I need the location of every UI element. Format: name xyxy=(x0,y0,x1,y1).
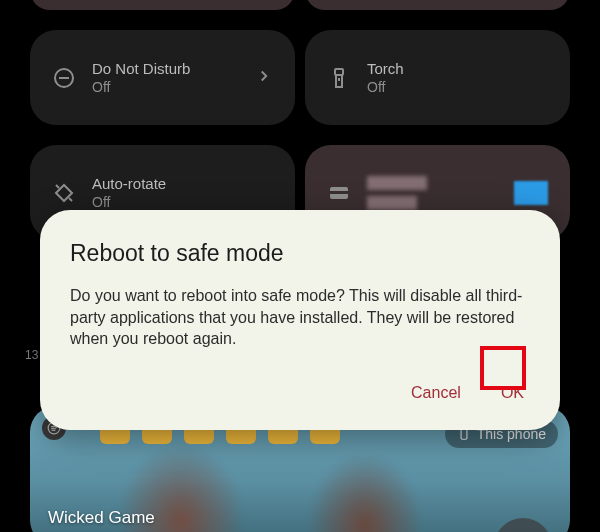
media-player-card[interactable]: This phone Wicked Game xyxy=(30,406,570,532)
chevron-right-icon xyxy=(255,67,273,89)
cancel-button[interactable]: Cancel xyxy=(405,376,467,410)
safe-mode-dialog: Reboot to safe mode Do you want to reboo… xyxy=(40,210,560,430)
page-indicator: 13 xyxy=(25,348,38,362)
dialog-body: Do you want to reboot into safe mode? Th… xyxy=(70,285,530,350)
spotify-icon xyxy=(42,416,66,440)
wallet-card-thumb xyxy=(514,181,548,205)
qs-tile-torch[interactable]: Torch Off xyxy=(305,30,570,125)
ok-button[interactable]: OK xyxy=(495,376,530,410)
tile-status: Off xyxy=(92,79,239,95)
media-output-label: This phone xyxy=(477,426,546,442)
wallet-text-blurred xyxy=(367,176,427,210)
rating-stars xyxy=(100,414,340,444)
torch-icon xyxy=(327,66,351,90)
tile-title: Torch xyxy=(367,60,548,77)
qs-tile-autorotate[interactable]: Auto-rotate Off xyxy=(30,145,295,240)
media-output-pill[interactable]: This phone xyxy=(445,420,558,448)
media-track-title: Wicked Game xyxy=(48,508,155,528)
svg-rect-5 xyxy=(330,191,348,194)
dnd-icon xyxy=(52,66,76,90)
tile-title: Do Not Disturb xyxy=(92,60,239,77)
qs-tile-partial-right[interactable] xyxy=(305,0,570,10)
media-play-button[interactable] xyxy=(494,518,552,532)
annotation-highlight xyxy=(480,346,526,390)
wallet-icon xyxy=(327,181,351,205)
tile-status: Off xyxy=(367,79,548,95)
tile-title: Auto-rotate xyxy=(92,175,273,192)
qs-tile-partial-left[interactable] xyxy=(30,0,295,10)
qs-tile-dnd[interactable]: Do Not Disturb Off xyxy=(30,30,295,125)
qs-tile-wallet[interactable] xyxy=(305,145,570,240)
dialog-title: Reboot to safe mode xyxy=(70,240,530,267)
svg-rect-2 xyxy=(335,69,343,75)
svg-rect-7 xyxy=(461,429,467,440)
autorotate-icon xyxy=(52,181,76,205)
tile-status: Off xyxy=(92,194,273,210)
